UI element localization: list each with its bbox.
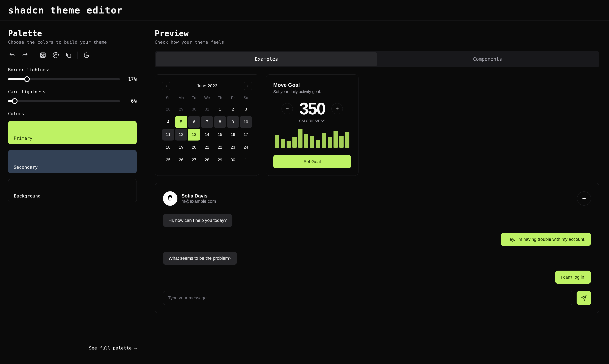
border-lightness-value: 17% (125, 76, 137, 82)
dark-mode-toggle[interactable] (83, 51, 91, 59)
calendar-day[interactable]: 20 (188, 141, 200, 153)
colors-heading: Colors (8, 111, 137, 116)
calendar-title: June 2023 (197, 83, 217, 89)
palette-heading: Palette (8, 29, 137, 38)
preview-sub: Check how your theme feels (155, 40, 599, 45)
calendar-day[interactable]: 8 (214, 116, 226, 128)
calendar-day[interactable]: 30 (227, 154, 239, 166)
calendar-day[interactable]: 16 (227, 129, 239, 141)
chart-bar (275, 135, 279, 148)
toolbar (8, 51, 137, 59)
move-goal-chart (273, 128, 351, 148)
calendar-day[interactable]: 3 (240, 103, 252, 115)
calendar-dow: Fr (227, 94, 239, 103)
calendar-day[interactable]: 4 (162, 116, 174, 128)
calendar-day[interactable]: 1 (214, 103, 226, 115)
preview-heading: Preview (155, 29, 599, 38)
calendar-prev-button[interactable] (162, 82, 170, 90)
tab-components[interactable]: Components (377, 52, 598, 66)
calendar-card: June 2023 SuMoTuWeThFrSa2829303112345678… (155, 75, 259, 176)
calendar-day[interactable]: 18 (162, 141, 174, 153)
svg-point-11 (169, 197, 172, 201)
calendar-day[interactable]: 7 (201, 116, 213, 128)
chart-bar (345, 132, 349, 148)
message-sent: Hey, I'm having trouble with my account. (501, 233, 591, 246)
divider (34, 52, 34, 59)
calendar-day[interactable]: 12 (175, 129, 187, 141)
chart-bar (292, 137, 297, 148)
palette-sub: Choose the colors to build your theme (8, 40, 137, 45)
chat-user-name: Sofia Davis (182, 193, 216, 199)
send-icon (581, 295, 587, 301)
calendar-dow: Th (214, 94, 226, 103)
calendar-dow: Su (162, 94, 174, 103)
calendar-day[interactable]: 13 (188, 129, 200, 141)
move-goal-card: Move Goal Set your daily activity goal. … (266, 75, 358, 176)
calendar-day[interactable]: 10 (240, 116, 252, 128)
calendar-day[interactable]: 14 (201, 129, 213, 141)
calendar-day[interactable]: 26 (175, 154, 187, 166)
redo-button[interactable] (21, 51, 29, 59)
palette-icon-button[interactable] (52, 51, 60, 59)
svg-point-8 (56, 54, 57, 54)
swatch-primary[interactable]: Primary (8, 121, 137, 144)
chart-bar (333, 131, 338, 148)
border-lightness-slider[interactable] (8, 78, 120, 80)
calendar-day[interactable]: 24 (240, 141, 252, 153)
calendar-day[interactable]: 30 (188, 103, 200, 115)
set-goal-button[interactable]: Set Goal (273, 155, 351, 168)
svg-point-3 (41, 56, 42, 57)
calendar-day[interactable]: 6 (188, 116, 200, 128)
calendar-dow: Sa (240, 94, 252, 103)
chart-bar (304, 134, 308, 148)
calendar-day[interactable]: 19 (175, 141, 187, 153)
undo-button[interactable] (8, 51, 16, 59)
svg-point-4 (43, 56, 44, 57)
see-full-palette-link[interactable]: See full palette → (8, 341, 137, 354)
randomize-button[interactable] (39, 51, 47, 59)
card-lightness-label: Card lightness (8, 89, 137, 94)
calendar-day[interactable]: 17 (240, 129, 252, 141)
calendar-day[interactable]: 25 (162, 154, 174, 166)
calendar-day[interactable]: 28 (162, 103, 174, 115)
calendar-day[interactable]: 15 (214, 129, 226, 141)
divider (78, 52, 78, 59)
calendar-day[interactable]: 22 (214, 141, 226, 153)
border-lightness-label: Border lightness (8, 67, 137, 72)
swatch-secondary[interactable]: Secondary (8, 150, 137, 173)
message-sent: I can't log in. (555, 271, 591, 284)
calendar-day[interactable]: 31 (201, 103, 213, 115)
see-full-label: See full palette (89, 345, 132, 351)
calendar-day[interactable]: 9 (227, 116, 239, 128)
chart-bar (310, 136, 314, 148)
increment-button[interactable]: + (331, 103, 343, 114)
calendar-day[interactable]: 21 (201, 141, 213, 153)
send-button[interactable] (577, 291, 591, 305)
card-lightness-value: 6% (125, 98, 137, 104)
move-goal-title: Move Goal (273, 82, 351, 88)
calendar-next-button[interactable] (244, 82, 252, 90)
calendar-day[interactable]: 2 (227, 103, 239, 115)
card-lightness-slider[interactable] (8, 100, 120, 102)
svg-rect-9 (68, 54, 71, 57)
svg-point-5 (42, 55, 43, 56)
calendar-day[interactable]: 11 (162, 129, 174, 141)
calendar-day[interactable]: 28 (201, 154, 213, 166)
tab-examples[interactable]: Examples (156, 52, 377, 66)
calendar-day[interactable]: 29 (214, 154, 226, 166)
calendar-day[interactable]: 23 (227, 141, 239, 153)
calendar-day[interactable]: 1 (240, 154, 252, 166)
calendar-day[interactable]: 5 (175, 116, 187, 128)
move-goal-sub: Set your daily activity goal. (273, 89, 351, 94)
arrow-right-icon: → (134, 345, 137, 351)
add-user-button[interactable]: + (577, 192, 591, 206)
chat-input[interactable]: Type your message... (163, 291, 573, 305)
preview-panel: Preview Check how your theme feels Examp… (145, 21, 609, 359)
swatch-background[interactable]: Background (8, 179, 137, 202)
calendar-day[interactable]: 29 (175, 103, 187, 115)
calendar-day[interactable]: 27 (188, 154, 200, 166)
preview-tabs: Examples Components (155, 51, 599, 67)
svg-point-7 (55, 54, 56, 54)
copy-button[interactable] (65, 51, 73, 59)
decrement-button[interactable]: − (281, 103, 293, 114)
